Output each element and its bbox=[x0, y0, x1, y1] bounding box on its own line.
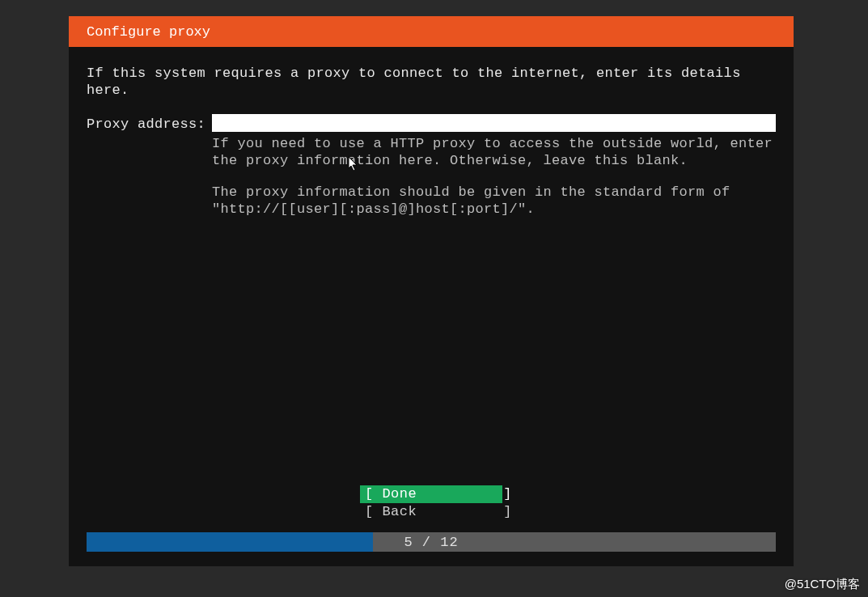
content-area: If this system requires a proxy to conne… bbox=[69, 47, 794, 485]
button-row: [ Done ] [ Back ] bbox=[69, 485, 794, 532]
progress-label: 5 / 12 bbox=[87, 532, 776, 552]
proxy-field-col: If you need to use a HTTP proxy to acces… bbox=[212, 114, 776, 218]
watermark-text: @51CTO博客 bbox=[785, 577, 860, 592]
help-line-1: If you need to use a HTTP proxy to acces… bbox=[212, 135, 776, 170]
installer-window: Configure proxy If this system requires … bbox=[69, 16, 794, 566]
page-title: Configure proxy bbox=[87, 24, 210, 40]
done-button[interactable]: [ Done ] bbox=[360, 485, 502, 503]
proxy-row: Proxy address: If you need to use a HTTP… bbox=[87, 114, 776, 218]
proxy-label: Proxy address: bbox=[87, 114, 212, 133]
header-bar: Configure proxy bbox=[69, 16, 794, 47]
proxy-address-input[interactable] bbox=[212, 114, 776, 132]
intro-text: If this system requires a proxy to conne… bbox=[87, 65, 776, 100]
back-button[interactable]: [ Back ] bbox=[360, 503, 502, 521]
help-line-2: The proxy information should be given in… bbox=[212, 184, 776, 218]
progress-bar: 5 / 12 bbox=[87, 532, 776, 552]
proxy-help: If you need to use a HTTP proxy to acces… bbox=[212, 135, 776, 218]
